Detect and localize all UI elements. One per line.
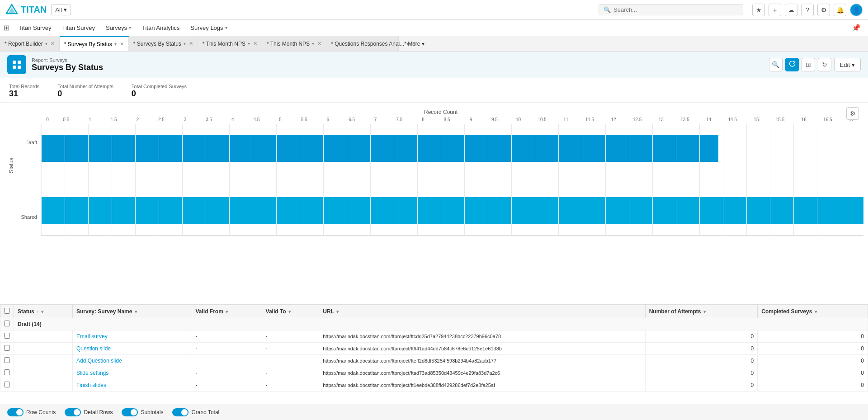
row-email-name[interactable]: Email survey [73,330,192,343]
tab-report-builder[interactable]: * Report Builder ▾ ✕ [0,36,60,52]
status-sort-icon[interactable]: ↑ [37,309,39,314]
tab-nps-2-chevron[interactable]: ▾ [312,41,314,46]
row-ss-checkbox-cell[interactable] [0,367,14,379]
row-aqs-name-link[interactable]: Add Question slide [76,358,122,364]
url-filter-icon[interactable]: ▾ [336,309,339,314]
row-counts-toggle[interactable] [7,408,24,416]
tab-surveys-status-1-chevron[interactable]: ▾ [114,42,117,47]
nav-item-titan-analytics[interactable]: Titan Analytics [137,20,185,36]
report-title: Surveys By Status [32,63,103,72]
nav-analytics-label: Titan Analytics [142,24,179,31]
detail-rows-toggle[interactable] [65,408,81,416]
all-dropdown[interactable]: All ▾ [51,4,71,15]
tab-surveys-status-2-chevron[interactable]: ▾ [184,41,186,46]
grand-total-toggle[interactable] [172,408,189,416]
table-row: Finish slides - - https://marindak.docst… [0,379,868,392]
th-url[interactable]: URL ▾ [319,305,645,318]
row-qs-name-link[interactable]: Question slide [76,345,111,352]
tab-surveys-by-status-2[interactable]: * Surveys By Status ▾ ✕ [129,36,198,52]
row-email-name-link[interactable]: Email survey [76,333,108,340]
row-qs-completed: 0 [758,343,868,355]
row-email-checkbox-cell[interactable] [0,330,14,343]
tab-this-month-nps-2[interactable]: * This Month NPS ▾ ✕ [262,36,326,52]
row-fs-checkbox[interactable] [4,382,10,387]
titan-logo[interactable]: TITAN [5,4,47,16]
search-icon: 🔍 [604,6,611,13]
row-aqs-checkbox-cell[interactable] [0,355,14,367]
tab-surveys-by-status-1[interactable]: * Surveys By Status ▾ ✕ [60,36,129,52]
add-icon-btn[interactable]: + [769,4,781,16]
subtotals-toggle[interactable] [122,408,138,416]
group-draft-checkbox[interactable] [4,321,10,326]
search-input[interactable] [613,6,738,13]
refresh-btn[interactable] [785,58,799,71]
tab-surveys-status-1-close[interactable]: ✕ [120,41,124,47]
chart-draft-row [41,124,863,173]
th-status[interactable]: Status ↑ ▾ [14,305,73,318]
tab-nps-1-close[interactable]: ✕ [253,41,257,47]
tab-questions-responses[interactable]: * Questions Responses Anal... ▾ ✕ [326,36,399,52]
th-valid-to[interactable]: Valid To ▾ [262,305,319,318]
tab-nps-2-close[interactable]: ✕ [317,41,321,47]
tab-report-builder-chevron[interactable]: ▾ [45,41,47,46]
main-content: Report: Surveys Surveys By Status 🔍 ⊞ ↻ … [0,52,868,420]
completed-filter-icon[interactable]: ▾ [815,309,817,314]
th-completed[interactable]: Completed Surveys ▾ [758,305,868,318]
grid-icon[interactable]: ⊞ [4,24,9,32]
tab-questions-responses-label: * Questions Responses Anal... [331,41,404,47]
edit-label: Edit [840,61,850,68]
survey-name-filter-icon[interactable]: ▾ [135,309,137,314]
row-ss-checkbox[interactable] [4,369,10,375]
nav-item-survey-logs[interactable]: Survey Logs ▾ [185,20,232,36]
table-container: Status ↑ ▾ Survey: Survey Name ▾ Valid F… [0,304,868,404]
search-btn[interactable]: 🔍 [769,58,783,71]
th-attempts[interactable]: Number of Attempts ▾ [645,305,758,318]
toggle-group-row-counts: Row Counts [7,408,56,416]
th-survey-name[interactable]: Survey: Survey Name ▾ [73,305,192,318]
app-name-item[interactable]: Titan Survey [13,20,57,36]
nav-item-titan-survey[interactable]: Titan Survey [57,20,101,36]
select-all-checkbox[interactable] [4,308,10,314]
row-fs-checkbox-cell[interactable] [0,379,14,392]
chart-shared-row [41,186,863,235]
settings-icon-btn[interactable]: ⚙ [817,4,830,16]
bookmark-icon-btn[interactable]: ★ [752,4,765,16]
row-email-checkbox[interactable] [4,333,10,339]
pin-icon-btn[interactable]: 📌 [848,24,864,32]
status-filter-icon[interactable]: ▾ [41,309,43,314]
valid-to-filter-icon[interactable]: ▾ [288,309,291,314]
stat-total-completed-value: 0 [132,89,187,99]
tab-report-builder-close[interactable]: ✕ [51,41,55,47]
th-checkbox[interactable] [0,305,14,318]
reload-btn[interactable]: ↻ [818,58,831,71]
row-qs-valid-to: - [262,343,319,355]
valid-from-filter-icon[interactable]: ▾ [226,309,228,314]
row-aqs-name[interactable]: Add Question slide [73,355,192,367]
row-ss-attempts: 0 [645,367,758,379]
row-ss-name-link[interactable]: Slide settings [76,370,108,376]
chart-settings-button[interactable]: ⚙ [846,107,859,120]
row-qs-checkbox[interactable] [4,345,10,351]
row-fs-name[interactable]: Finish slides [73,379,192,392]
th-valid-from[interactable]: Valid From ▾ [192,305,262,318]
row-qs-name[interactable]: Question slide [73,343,192,355]
filter-btn[interactable]: ⊞ [802,58,815,71]
row-aqs-checkbox[interactable] [4,357,10,363]
group-draft-checkbox-cell[interactable] [0,318,14,330]
search-bar[interactable]: 🔍 [599,4,743,15]
nav-item-surveys[interactable]: Surveys ▾ [100,20,137,36]
tab-more[interactable]: * More ▾ [399,36,430,52]
row-fs-name-link[interactable]: Finish slides [76,382,106,388]
attempts-filter-icon[interactable]: ▾ [703,309,706,314]
edit-button[interactable]: Edit ▾ [834,58,861,71]
stat-total-records: Total Records 31 [9,84,39,99]
tab-this-month-nps-1[interactable]: * This Month NPS ▾ ✕ [198,36,262,52]
tab-surveys-status-2-close[interactable]: ✕ [189,41,193,47]
help-icon-btn[interactable]: ? [801,4,814,16]
notifications-icon-btn[interactable]: 🔔 [834,4,846,16]
row-ss-name[interactable]: Slide settings [73,367,192,379]
row-qs-checkbox-cell[interactable] [0,343,14,355]
user-avatar[interactable]: 👤 [850,4,863,16]
tab-nps-1-chevron[interactable]: ▾ [248,41,250,46]
cloud-icon-btn[interactable]: ☁ [785,4,797,16]
